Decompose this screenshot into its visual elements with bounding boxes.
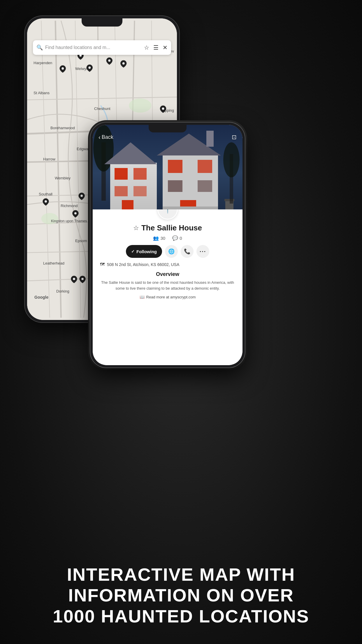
search-input-text[interactable]: Find haunted locations and m... bbox=[45, 45, 142, 50]
map-label-epsom: Epsom bbox=[75, 239, 87, 243]
map-search-bar[interactable]: 🔍 Find haunted locations and m... ☆ ☰ ✕ bbox=[33, 40, 171, 55]
location-address: 🗺 508 N 2nd St, Atchison, KS 66002, USA bbox=[93, 258, 242, 267]
followers-stat: 👥 30 bbox=[153, 235, 165, 241]
location-pin-circle: 📍 bbox=[157, 209, 178, 220]
globe-icon: 🌐 bbox=[168, 248, 175, 255]
following-label: Following bbox=[136, 249, 157, 254]
promo-text: INTERACTIVE MAP WITHINFORMATION ON OVER1… bbox=[0, 564, 362, 626]
address-pin-icon: 🗺 bbox=[100, 262, 105, 267]
read-more-row[interactable]: 📖 Read more at amyscrypt.com bbox=[93, 295, 242, 299]
map-label-harrow: Harrow bbox=[43, 157, 55, 161]
phone-button[interactable]: 📞 bbox=[181, 245, 194, 258]
svg-rect-38 bbox=[115, 168, 128, 180]
back-label: Back bbox=[102, 134, 113, 140]
map-label-boreham: Borehamwood bbox=[50, 126, 75, 130]
check-icon: ✓ bbox=[131, 249, 135, 254]
map-label-stalbans: St Albans bbox=[34, 91, 50, 95]
map-label-cheshunt: Cheshunt bbox=[94, 106, 110, 111]
search-icon: 🔍 bbox=[36, 44, 43, 51]
followers-icon: 👥 bbox=[153, 235, 159, 241]
location-pin-icon: 📍 bbox=[163, 209, 172, 214]
overview-text: The Sallie House is said to be one of th… bbox=[93, 277, 242, 291]
svg-point-56 bbox=[223, 142, 240, 177]
map-label-welwyn: Welwyn bbox=[75, 66, 88, 71]
share-button[interactable]: ⊡ bbox=[232, 134, 237, 141]
map-label-richmond: Richmond bbox=[61, 204, 78, 208]
following-button[interactable]: ✓ Following bbox=[126, 245, 162, 258]
detail-card: 📍 ☆ The Sallie House 👥 30 💬 0 bbox=[93, 209, 242, 365]
comments-icon: 💬 bbox=[172, 235, 178, 241]
location-title-row: ☆ The Sallie House bbox=[93, 223, 242, 232]
notch-front bbox=[149, 125, 187, 132]
favorite-star-icon[interactable]: ☆ bbox=[133, 224, 139, 232]
website-button[interactable]: 🌐 bbox=[165, 245, 178, 258]
read-more-text: Read more at amyscrypt.com bbox=[146, 295, 196, 299]
followers-count: 30 bbox=[160, 236, 165, 241]
comments-stat: 💬 0 bbox=[172, 235, 182, 241]
close-icon[interactable]: ✕ bbox=[163, 44, 168, 51]
ellipsis-icon: ··· bbox=[200, 248, 206, 255]
map-label-kingston: Kingston upon Thames bbox=[51, 219, 87, 223]
book-icon: 📖 bbox=[140, 295, 145, 299]
back-chevron-icon: ‹ bbox=[99, 134, 101, 141]
star-icon[interactable]: ☆ bbox=[144, 44, 149, 51]
address-text: 508 N 2nd St, Atchison, KS 66002, USA bbox=[107, 262, 179, 267]
phone-front: ‹ Back ⊡ 📍 ☆ The Sallie House bbox=[90, 123, 245, 368]
svg-rect-39 bbox=[133, 168, 147, 180]
location-stats: 👥 30 💬 0 bbox=[93, 235, 242, 241]
svg-rect-46 bbox=[198, 160, 212, 173]
location-title: The Sallie House bbox=[141, 223, 202, 232]
svg-rect-48 bbox=[198, 180, 212, 192]
map-label-dorking: Dorking bbox=[56, 289, 69, 293]
svg-rect-50 bbox=[163, 206, 218, 209]
overview-title: Overview bbox=[93, 271, 242, 277]
svg-point-15 bbox=[129, 99, 152, 113]
location-image: ‹ Back ⊡ bbox=[93, 125, 242, 221]
promo-line1: INTERACTIVE MAP WITHINFORMATION ON OVER1… bbox=[53, 564, 309, 626]
google-watermark: Google bbox=[34, 295, 48, 300]
svg-rect-45 bbox=[168, 160, 182, 173]
map-label-southall: Southall bbox=[39, 192, 52, 196]
detail-nav: ‹ Back ⊡ bbox=[93, 134, 242, 141]
map-label-leatherhead: Leatherhead bbox=[43, 261, 64, 265]
map-label-epping: Epping bbox=[162, 108, 174, 113]
comments-count: 0 bbox=[180, 236, 182, 241]
svg-rect-40 bbox=[115, 186, 128, 196]
svg-rect-41 bbox=[133, 186, 147, 196]
menu-icon[interactable]: ☰ bbox=[153, 44, 159, 51]
svg-rect-47 bbox=[168, 180, 182, 192]
action-buttons: ✓ Following 🌐 📞 ··· bbox=[93, 245, 242, 258]
notch-back bbox=[82, 18, 122, 27]
more-options-button[interactable]: ··· bbox=[196, 245, 209, 258]
map-label-wembley: Wembley bbox=[55, 176, 71, 180]
phone-icon: 📞 bbox=[184, 248, 190, 255]
map-label-harpenden: Harpenden bbox=[34, 61, 52, 65]
back-button[interactable]: ‹ Back bbox=[99, 134, 113, 141]
map-label-edgware: Edgware bbox=[77, 147, 92, 151]
share-icon: ⊡ bbox=[232, 134, 237, 140]
